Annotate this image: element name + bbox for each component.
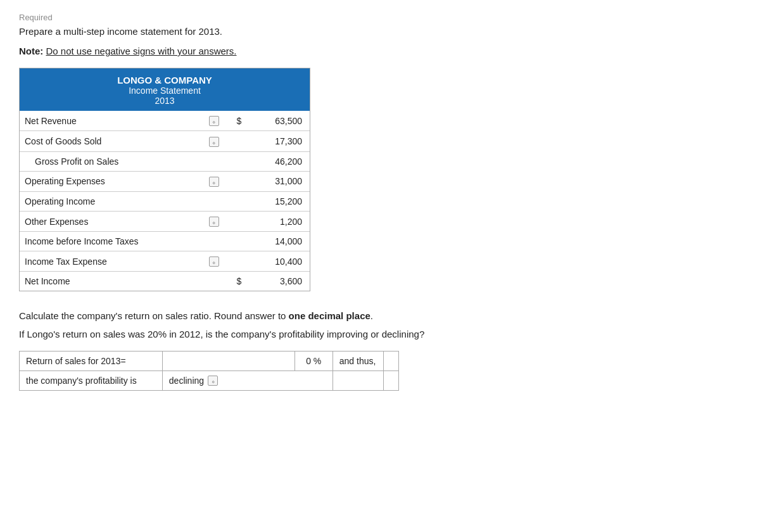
bottom-section: Calculate the company's return on sales …: [19, 310, 741, 391]
table-row: Operating Income15,200: [20, 191, 310, 211]
row-value-2: 46,200: [244, 151, 310, 171]
row-label-6: Income before Income Taxes: [20, 232, 203, 251]
and-thus-label: and thus,: [339, 356, 376, 366]
row-dollar-8: $: [224, 272, 244, 291]
return-input-cell[interactable]: [162, 352, 294, 371]
row-label-4: Operating Income: [20, 191, 203, 211]
row-dollar-2: [224, 151, 244, 171]
row-dollar-4: [224, 191, 244, 211]
year: 2013: [20, 96, 310, 106]
return-row: Return of sales for 2013= 0 % and thus,: [20, 352, 399, 371]
row-dollar-3: [224, 171, 244, 191]
income-table-wrapper: LONGO & COMPANY Income Statement 2013 Ne…: [19, 68, 310, 291]
spinner-icon-7[interactable]: ⬦: [209, 256, 219, 267]
row-value-4: 15,200: [244, 191, 310, 211]
row-label-2: Gross Profit on Sales: [20, 151, 203, 171]
empty-cell-2: [383, 371, 398, 391]
table-row: Operating Expenses⬦31,000: [20, 171, 310, 191]
row-dollar-5: [224, 211, 244, 231]
and-thus-cell: and thus,: [332, 352, 383, 371]
row-spinner-0[interactable]: ⬦: [203, 111, 224, 131]
row-label-5: Other Expenses: [20, 211, 203, 231]
table-header: LONGO & COMPANY Income Statement 2013: [20, 68, 310, 111]
row-spinner-3[interactable]: ⬦: [203, 171, 224, 191]
row-spinner-6: [203, 232, 224, 251]
table-row: Net Revenue⬦$63,500: [20, 111, 310, 131]
row-dollar-0: $: [224, 111, 244, 131]
declining-text: declining: [169, 376, 204, 386]
income-statement-table: Net Revenue⬦$63,500Cost of Goods Sold⬦17…: [20, 111, 310, 291]
return-label-cell: Return of sales for 2013=: [20, 352, 163, 371]
row-spinner-1[interactable]: ⬦: [203, 131, 224, 151]
table-row: Cost of Goods Sold⬦17,300: [20, 131, 310, 151]
profitability-value-cell[interactable]: declining ⬦: [162, 371, 332, 391]
table-row: Income Tax Expense⬦10,400: [20, 251, 310, 272]
row-label-0: Net Revenue: [20, 111, 203, 131]
table-row: Gross Profit on Sales46,200: [20, 151, 310, 171]
calc-text: Calculate the company's return on sales …: [19, 310, 741, 321]
spinner-icon-5[interactable]: ⬦: [209, 217, 219, 227]
table-row: Other Expenses⬦1,200: [20, 211, 310, 231]
row-value-5: 1,200: [244, 211, 310, 231]
return-pct-cell: 0 %: [294, 352, 332, 371]
note-content: Do not use negative signs with your answ…: [46, 46, 237, 56]
row-value-6: 14,000: [244, 232, 310, 251]
row-spinner-5[interactable]: ⬦: [203, 211, 224, 231]
profitability-label: the company's profitability is: [26, 376, 137, 386]
row-value-3: 31,000: [244, 171, 310, 191]
profitability-spinner[interactable]: ⬦: [208, 376, 218, 386]
required-label: Required: [19, 13, 741, 22]
empty-cell: [332, 371, 383, 391]
note-label: Note:: [19, 46, 43, 56]
profitability-row: the company's profitability is declining…: [20, 371, 399, 391]
spinner-icon-1[interactable]: ⬦: [209, 137, 219, 147]
row-spinner-4: [203, 191, 224, 211]
row-value-7: 10,400: [244, 251, 310, 272]
row-dollar-1: [224, 131, 244, 151]
row-spinner-2: [203, 151, 224, 171]
note-text: Note: Do not use negative signs with you…: [19, 46, 741, 56]
return-pct: 0 %: [306, 356, 321, 366]
return-label: Return of sales for 2013=: [26, 356, 126, 366]
return-input[interactable]: [169, 356, 270, 366]
table-row: Net Income$3,600: [20, 272, 310, 291]
row-label-3: Operating Expenses: [20, 171, 203, 191]
row-label-7: Income Tax Expense: [20, 251, 203, 272]
company-name: LONGO & COMPANY: [20, 75, 310, 86]
row-dollar-7: [224, 251, 244, 272]
row-spinner-7[interactable]: ⬦: [203, 251, 224, 272]
row-dollar-6: [224, 232, 244, 251]
spinner-icon-0[interactable]: ⬦: [209, 116, 219, 126]
row-value-0: 63,500: [244, 111, 310, 131]
row-label-8: Net Income: [20, 272, 203, 291]
row-value-1: 17,300: [244, 131, 310, 151]
prepare-text: Prepare a multi-step income statement fo…: [19, 26, 741, 37]
row-spinner-8: [203, 272, 224, 291]
and-thus-value-cell: [383, 352, 398, 371]
table-row: Income before Income Taxes14,000: [20, 232, 310, 251]
answer-table: Return of sales for 2013= 0 % and thus, …: [19, 351, 399, 391]
if-text: If Longo's return on sales was 20% in 20…: [19, 329, 741, 339]
spinner-icon-3[interactable]: ⬦: [209, 177, 219, 187]
statement-type: Income Statement: [20, 86, 310, 96]
row-value-8: 3,600: [244, 272, 310, 291]
row-label-1: Cost of Goods Sold: [20, 131, 203, 151]
profitability-label-cell: the company's profitability is: [20, 371, 163, 391]
